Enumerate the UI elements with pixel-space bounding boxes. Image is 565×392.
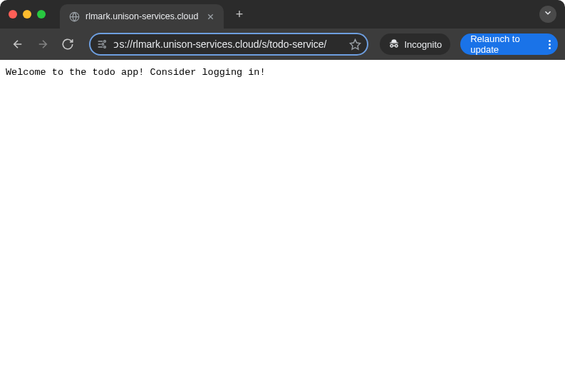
traffic-lights: [9, 10, 46, 19]
svg-point-4: [390, 44, 393, 46]
incognito-indicator[interactable]: Incognito: [380, 33, 450, 55]
window-minimize-button[interactable]: [23, 10, 31, 19]
toolbar: ɔs://rlmark.unison-services.cloud/s/todo…: [0, 29, 565, 60]
new-tab-button[interactable]: +: [229, 4, 249, 24]
window-close-button[interactable]: [9, 10, 17, 19]
tab-title: rlmark.unison-services.cloud: [85, 11, 200, 21]
window-dropdown-button[interactable]: [539, 6, 556, 23]
plus-icon: +: [236, 7, 244, 22]
url-text: ɔs://rlmark.unison-services.cloud/s/todo…: [113, 38, 343, 50]
back-button[interactable]: [7, 33, 28, 56]
tab-strip: rlmark.unison-services.cloud +: [0, 0, 565, 29]
page-body-text: Welcome to the todo app! Consider loggin…: [6, 67, 559, 78]
relaunch-label: Relaunch to update: [470, 33, 543, 55]
svg-point-3: [104, 46, 106, 48]
page-viewport: Welcome to the todo app! Consider loggin…: [0, 60, 565, 392]
incognito-label: Incognito: [404, 39, 442, 50]
window-zoom-button[interactable]: [37, 10, 46, 19]
browser-chrome: rlmark.unison-services.cloud +: [0, 0, 565, 60]
incognito-icon: [388, 38, 400, 51]
bookmark-star-icon[interactable]: [349, 38, 361, 51]
svg-point-1: [104, 41, 106, 43]
svg-point-5: [395, 44, 398, 46]
globe-icon: [68, 11, 80, 22]
forward-button[interactable]: [32, 33, 53, 56]
reload-button[interactable]: [57, 33, 78, 56]
site-settings-icon[interactable]: [96, 38, 108, 50]
relaunch-button[interactable]: Relaunch to update: [460, 33, 558, 55]
browser-tab[interactable]: rlmark.unison-services.cloud: [60, 4, 224, 29]
svg-point-2: [102, 43, 104, 46]
menu-dots-icon[interactable]: [549, 40, 551, 49]
close-icon[interactable]: [206, 12, 215, 21]
address-bar[interactable]: ɔs://rlmark.unison-services.cloud/s/todo…: [89, 33, 368, 56]
chevron-down-icon: [543, 8, 553, 21]
